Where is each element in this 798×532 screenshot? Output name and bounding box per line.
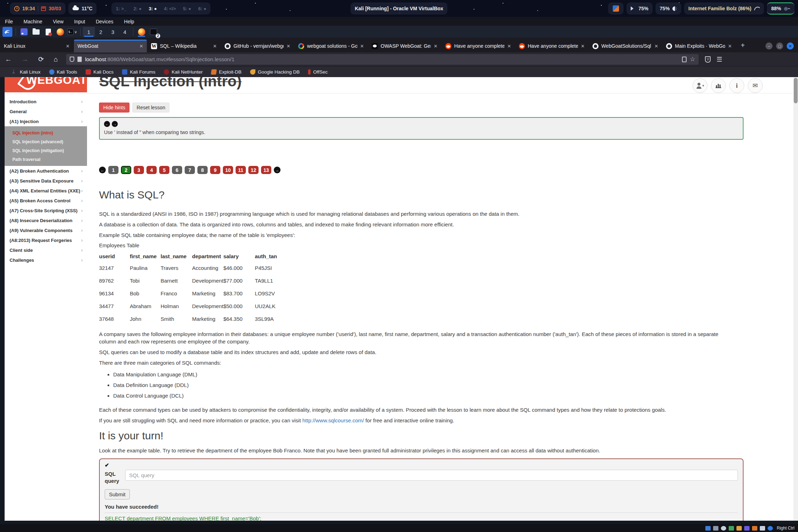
display-status-icon[interactable] — [705, 526, 711, 531]
shared-folders-status-icon[interactable] — [752, 526, 757, 531]
tab-close-icon[interactable]: ✕ — [507, 44, 511, 49]
sidebar-lesson-item[interactable]: SQL Injection (advanced) — [5, 137, 87, 146]
scrollbar-thumb[interactable] — [794, 78, 798, 103]
sidebar-lesson-item[interactable]: SQL Injection (mitigation) — [5, 146, 87, 155]
reset-lesson-button[interactable]: Reset lesson — [132, 103, 169, 112]
vm-menu-item[interactable]: Devices — [96, 19, 114, 24]
bookmark-item[interactable]: Kali Tools — [49, 69, 77, 75]
workspace-button[interactable]: 3 — [107, 27, 119, 37]
bookmark-item[interactable]: Exploit-DB — [211, 69, 242, 75]
hint-prev-button[interactable]: ← — [104, 121, 110, 127]
page-info-icon[interactable] — [77, 57, 82, 62]
bookmark-item[interactable]: OffSec — [308, 69, 328, 75]
webgoat-header[interactable]: WEBGOAT — [5, 77, 87, 92]
browser-tab[interactable]: Have anyone complete ✕ — [515, 40, 588, 52]
sidebar-category[interactable]: (A3) Sensitive Data Exposure › — [5, 176, 87, 186]
minimize-button[interactable]: – — [765, 42, 773, 50]
mouse-integration-status-icon[interactable] — [768, 526, 773, 531]
tracking-protection-shield-icon[interactable] — [70, 57, 74, 62]
browser-tab[interactable]: SQL – Wikipedia ✕ — [148, 40, 220, 52]
forward-button[interactable]: → — [22, 56, 28, 63]
sidebar-category[interactable]: (A4) XML External Entities (XXE) › — [5, 186, 87, 196]
sidebar-category[interactable]: Challenges › — [5, 255, 87, 265]
network-status-icon[interactable] — [736, 526, 742, 531]
reader-mode-icon[interactable] — [682, 57, 687, 62]
firefox-launcher[interactable] — [55, 27, 65, 37]
vm-window-title[interactable]: Kali [Running] - Oracle VM VirtualBox — [351, 2, 447, 15]
workspace-button[interactable]: 1 — [83, 27, 95, 37]
browser-tab[interactable]: WebGoatSolutions/Sql ✕ — [589, 40, 662, 52]
maximize-button[interactable]: ▢ — [776, 42, 783, 50]
volume-pill[interactable]: 75% — [626, 2, 653, 15]
terminal-launcher[interactable]: $. ∨ — [67, 27, 77, 37]
tab-close-icon[interactable]: ✕ — [654, 44, 658, 49]
vm-menu-item[interactable]: Help — [124, 19, 134, 24]
page-number-button[interactable]: 8 — [197, 166, 208, 174]
app-launcher-button[interactable] — [19, 27, 29, 37]
sql-query-input[interactable] — [125, 470, 738, 481]
vm-menu-item[interactable]: Input — [74, 19, 85, 24]
sidebar-lesson-item[interactable]: SQL Injection (intro) — [5, 128, 87, 137]
workspace-button[interactable]: 2 — [95, 27, 107, 37]
page-number-button[interactable]: 13 — [261, 166, 271, 174]
browser-tab[interactable]: WebGoat ✕ — [74, 40, 147, 52]
bookmark-item[interactable]: Kali Docs — [86, 69, 114, 75]
hide-hints-button[interactable]: Hide hints — [99, 103, 129, 112]
usb-status-icon[interactable] — [744, 526, 750, 531]
battery-pill[interactable]: 88% ◎⌁ — [767, 2, 794, 15]
tab-close-icon[interactable]: ✕ — [581, 44, 585, 49]
vm-menu-item[interactable]: Machine — [24, 19, 42, 24]
sqlcourse-link[interactable]: http://www.sqlcourse.com/ — [302, 417, 364, 423]
tab-close-icon[interactable]: ✕ — [434, 44, 438, 49]
host-workspace-item[interactable]: 1: >_ — [116, 6, 126, 11]
page-number-button[interactable]: 5 — [159, 166, 169, 174]
sidebar-category[interactable]: (A8:2013) Request Forgeries › — [5, 235, 87, 245]
tab-close-icon[interactable]: ✕ — [66, 44, 70, 49]
firefox-running-task[interactable] — [137, 27, 146, 37]
browser-tab[interactable]: Kali Linux ✕ — [0, 40, 73, 52]
terminal-running-task[interactable]: 2 — [149, 27, 158, 37]
hamburger-menu-icon[interactable]: ☰ — [716, 56, 722, 63]
page-scrollbar[interactable] — [793, 77, 798, 521]
browser-tab[interactable]: Have anyone complete ✕ — [442, 40, 515, 52]
hdd-status-icon[interactable] — [713, 526, 718, 531]
page-number-button[interactable]: 4 — [146, 166, 157, 174]
browser-tab[interactable]: OWASP WebGoat: Gen ✕ — [368, 40, 441, 52]
network-pill[interactable]: Internet Familie Bolz (86%) — [684, 2, 764, 15]
brightness-pill[interactable]: 75% — [655, 2, 681, 15]
tab-close-icon[interactable]: ✕ — [213, 44, 217, 49]
virtualbox-tray-icon[interactable] — [608, 2, 624, 15]
about-button[interactable]: i — [729, 78, 744, 93]
sidebar-category[interactable]: (A8) Insecure Deserialization › — [5, 215, 87, 225]
host-workspace-item[interactable]: 4: </> — [164, 6, 176, 11]
vm-menu-item[interactable]: File — [5, 19, 13, 24]
optical-drive-status-icon[interactable] — [721, 526, 726, 531]
page-next-button[interactable]: → — [274, 167, 281, 173]
bookmark-item[interactable]: Kali NetHunter — [164, 69, 203, 75]
file-manager-button[interactable] — [31, 27, 41, 37]
home-button[interactable]: ⌂ — [54, 56, 58, 63]
browser-tab[interactable]: webgoat solutions - Go ✕ — [295, 40, 368, 52]
tab-close-icon[interactable]: ✕ — [360, 44, 364, 49]
new-tab-button[interactable]: + — [741, 41, 745, 50]
tab-close-icon[interactable]: ✕ — [728, 44, 732, 49]
page-prev-button[interactable]: ← — [99, 167, 106, 173]
page-number-button[interactable]: 11 — [236, 166, 246, 174]
contact-button[interactable]: ✉ — [748, 78, 763, 93]
sidebar-category[interactable]: (A1) Injection › — [5, 116, 87, 126]
back-button[interactable]: ← — [5, 56, 12, 63]
page-number-button[interactable]: 7 — [185, 166, 195, 174]
page-number-button[interactable]: 9 — [210, 166, 220, 174]
tab-close-icon[interactable]: ✕ — [139, 44, 143, 49]
bookmark-item[interactable]: Kali Linux — [12, 69, 41, 75]
tab-close-icon[interactable]: ✕ — [287, 44, 290, 49]
close-window-button[interactable]: ✕ — [787, 42, 794, 50]
url-bar[interactable]: localhost:8080/WebGoat/start.mvc#lesson/… — [66, 54, 699, 65]
hint-next-button[interactable]: → — [112, 121, 118, 127]
reload-button[interactable]: ⟳ — [38, 55, 44, 63]
sidebar-category[interactable]: (A5) Broken Access Control › — [5, 196, 87, 206]
page-number-button[interactable]: 12 — [248, 166, 259, 174]
extension-shield-icon[interactable]: V — [705, 56, 711, 63]
clock-date-pill[interactable]: 19:34 30/03 — [10, 2, 65, 15]
host-workspace-item[interactable]: 6: ● — [198, 6, 206, 11]
